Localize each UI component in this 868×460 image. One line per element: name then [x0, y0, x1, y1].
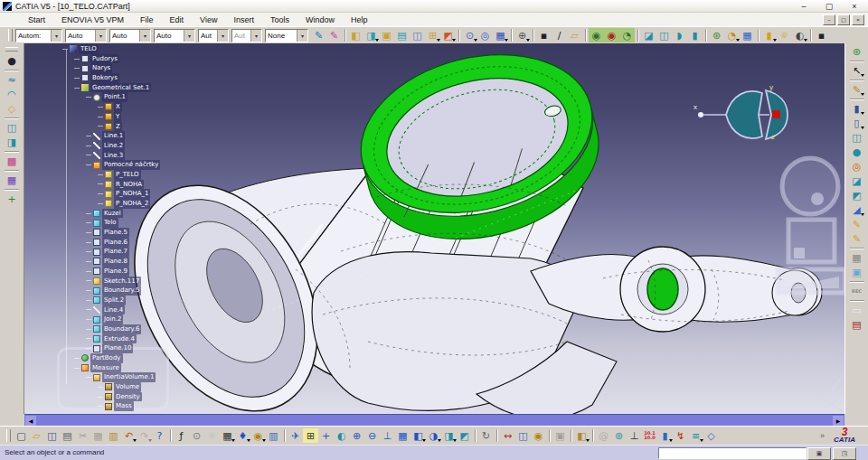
toolbar-overflow-icon[interactable]: ▪ — [814, 28, 829, 42]
lock-parameter-icon[interactable]: ◉ — [250, 428, 266, 443]
tree-item-measure[interactable]: Measure — [62, 363, 160, 373]
save-icon[interactable]: ◫ — [44, 428, 60, 443]
publish-globe-icon[interactable]: ⊛ — [611, 428, 627, 443]
constraints-icon[interactable]: ▮ — [657, 428, 673, 443]
horizontal-scrollbar[interactable]: ◀ ▶ — [24, 414, 844, 426]
extrude-icon[interactable]: ◫ — [5, 120, 20, 135]
split-surface-icon[interactable]: ◫ — [656, 28, 672, 42]
tree-item-p-telo[interactable]: P_TELO — [62, 170, 160, 180]
tree-item-line-2[interactable]: Line.2 — [62, 141, 160, 151]
relations-icon[interactable]: ♦ — [235, 428, 250, 443]
trim-surface-icon[interactable]: ◗ — [672, 28, 687, 42]
camera-capture-icon[interactable]: ▣ — [552, 428, 568, 443]
compass-handle[interactable] — [772, 110, 780, 118]
menu-insert[interactable]: Insert — [225, 15, 262, 24]
hidden-line-view-icon[interactable]: ▤ — [394, 28, 410, 42]
select-arrow-icon[interactable]: ↖ — [849, 63, 864, 78]
close-surface-icon[interactable]: ◩ — [849, 188, 864, 202]
tree-item-plane-8[interactable]: Plane.8 — [62, 257, 160, 267]
tree-item-plane-10[interactable]: Plane.10 — [62, 343, 160, 353]
undo-icon[interactable]: ↶ — [121, 428, 137, 443]
aut-dropdown-2[interactable]: Aut▾ — [231, 29, 262, 42]
tree-item-telo[interactable]: Telo — [62, 218, 160, 228]
point-icon[interactable]: ● — [5, 53, 20, 68]
menu-window[interactable]: Window — [297, 15, 343, 24]
overlay-circle[interactable] — [782, 158, 838, 214]
cut-icon[interactable]: ✂ — [75, 428, 90, 443]
macro-record-icon[interactable]: ◉ — [604, 28, 619, 42]
tree-item-line-3[interactable]: Line.3 — [62, 151, 160, 161]
shaded-view-icon[interactable]: ◧ — [348, 28, 363, 42]
layer-dropdown[interactable]: None▾ — [265, 29, 308, 42]
prism-icon[interactable]: ◇ — [703, 428, 719, 443]
tree-item-plane-6[interactable]: Plane.6 — [62, 238, 160, 248]
chevron-down-icon[interactable]: ▾ — [184, 30, 194, 42]
depth-effect-icon[interactable]: ◩ — [440, 28, 456, 42]
status-expand-button[interactable]: ▣ — [807, 447, 831, 460]
section-icon[interactable]: ≡ — [688, 428, 703, 443]
rec-icon[interactable]: REC — [849, 284, 864, 298]
menu-start[interactable]: Start — [20, 15, 53, 24]
point-tool-icon[interactable]: ▪ — [536, 28, 552, 42]
new-file-icon[interactable]: ▢ — [14, 428, 29, 443]
tree-item-extrude-4[interactable]: Extrude.4 — [62, 334, 160, 344]
measure-cube-icon[interactable]: ▣ — [849, 265, 864, 279]
command-input[interactable] — [658, 447, 807, 459]
scroll-left-icon[interactable]: ◀ — [25, 416, 36, 426]
tree-item-narys[interactable]: Narys — [62, 63, 160, 73]
parameters-list-icon[interactable]: ▥ — [266, 428, 281, 443]
tree-item-p-noha-1[interactable]: P_NOHA_1 — [62, 189, 160, 199]
aut-dropdown-1[interactable]: Aut▾ — [198, 29, 229, 42]
tree-item-mass[interactable]: Mass — [62, 401, 160, 411]
print-icon[interactable]: ▤ — [60, 428, 75, 443]
menu-file[interactable]: File — [132, 15, 162, 24]
tree-item-join-2[interactable]: Join.2 — [62, 314, 160, 324]
wireframe-view-icon[interactable]: ▣ — [379, 28, 394, 42]
quick-hidden-removal-icon[interactable]: ◫ — [410, 28, 425, 42]
auto-dropdown-2[interactable]: Auto▾ — [109, 29, 151, 42]
positioned-sketch-icon[interactable]: ✎ — [849, 217, 864, 231]
tree-item-boundary-5[interactable]: Boundary.5 — [62, 286, 160, 296]
tree-item-boundary-6[interactable]: Boundary.6 — [62, 324, 160, 334]
tree-item-telo[interactable]: TELO — [62, 44, 160, 54]
chevron-down-icon[interactable]: ▾ — [95, 30, 106, 42]
fit-all-icon[interactable]: ⊞ — [303, 428, 318, 443]
plane-icon[interactable]: ◇ — [5, 101, 20, 116]
menu-enovia-v5-vpm[interactable]: ENOVIA V5 VPM — [53, 15, 132, 24]
axis-triad-icon[interactable]: ⊥ — [627, 428, 642, 443]
iso-view-icon[interactable]: ◧ — [410, 428, 426, 443]
close-button[interactable]: × — [848, 1, 861, 11]
tree-item-inertiavolume-1[interactable]: InertiaVolume.1 — [62, 372, 160, 382]
toolbar-grip[interactable] — [8, 29, 13, 42]
hole-icon[interactable]: ◎ — [849, 159, 864, 174]
shaft-icon[interactable]: ● — [849, 145, 864, 159]
scroll-right-icon[interactable]: ▶ — [833, 416, 844, 426]
copy-icon[interactable]: ▦ — [90, 428, 106, 443]
toolbar-grip[interactable] — [5, 47, 18, 52]
tree-item-sketch-117[interactable]: Sketch.117 — [62, 277, 160, 286]
turntable-icon[interactable]: ↻ — [478, 428, 494, 443]
menu-tools[interactable]: Tools — [262, 15, 297, 24]
knowledge-icon[interactable]: ☼ — [204, 428, 220, 443]
measure-inertia-icon[interactable]: ◉ — [531, 428, 546, 443]
doc-minimize-button[interactable]: – — [823, 14, 835, 25]
3d-viewport[interactable]: x y z y z TELOPudorysNarysBokorysGeometr… — [24, 43, 844, 414]
toolbar-grip[interactable] — [6, 429, 11, 442]
tree-item-bokorys[interactable]: Bokorys — [62, 73, 160, 83]
arc-icon[interactable]: ◠ — [5, 87, 20, 101]
tree-item-partbody[interactable]: PartBody — [62, 353, 160, 363]
chevron-down-icon[interactable]: ▾ — [51, 30, 61, 42]
macro-play-icon[interactable]: ◔ — [619, 28, 635, 42]
tree-item-plane-9[interactable]: Plane.9 — [62, 267, 160, 277]
tree-item-y[interactable]: Y — [62, 112, 160, 122]
multi-view-icon[interactable]: ▦ — [395, 428, 410, 443]
grid-snap-icon[interactable]: ▦ — [493, 28, 508, 42]
formula-icon[interactable]: ƒ — [174, 428, 189, 443]
chevron-down-icon[interactable]: ▾ — [297, 30, 307, 42]
rotate-icon[interactable]: ◐ — [334, 428, 349, 443]
paint-brush-icon[interactable]: ✎ — [311, 28, 326, 42]
draft-analysis-icon[interactable]: ◔ — [724, 28, 740, 42]
shadow-icon[interactable]: ◐ — [792, 28, 807, 42]
view-face-icon[interactable]: ◨ — [441, 428, 457, 443]
fly-mode-icon[interactable]: ✈ — [288, 428, 303, 443]
